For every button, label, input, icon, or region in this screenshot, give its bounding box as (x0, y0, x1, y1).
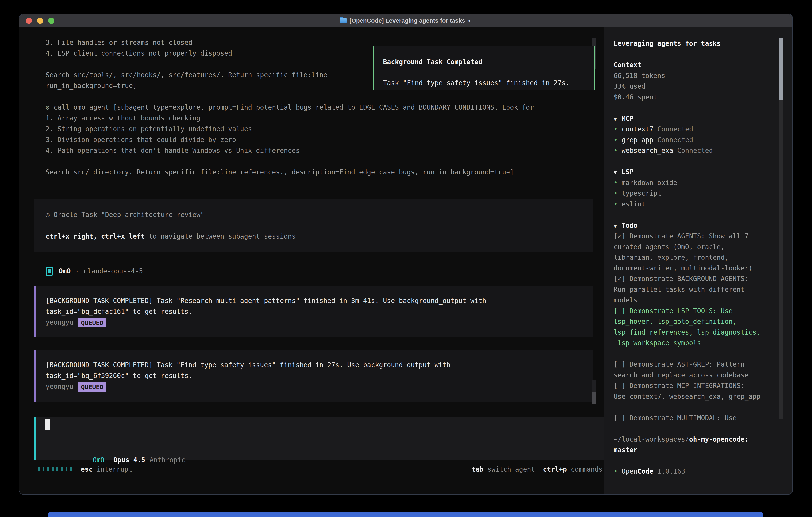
app-version: •OpenCode1.0.163 (604, 466, 792, 477)
bullet-icon: • (614, 188, 621, 199)
toast-title: Background Task Completed (374, 57, 594, 67)
task-author: yeongyu (46, 383, 73, 390)
task-footer: yeongyuQUEUED (36, 317, 593, 328)
lsp-item: •typescript (604, 188, 792, 199)
agent-model: claude-opus-4-5 (83, 266, 143, 277)
model-name: Opus 4.5 (114, 456, 145, 464)
status-badge: QUEUED (78, 382, 107, 392)
window-title-text: [OpenCode] Leveraging agents for tasks (349, 17, 465, 24)
chevron-down-icon: ▼ (614, 113, 621, 124)
log-line: 1. Array access without bounds checking (19, 113, 604, 124)
bullet-icon: • (614, 466, 621, 477)
close-button[interactable] (26, 18, 32, 24)
traffic-lights (26, 14, 54, 27)
oracle-task-card[interactable]: ◎Oracle Task "Deep architecture review" … (34, 199, 593, 252)
context-tokens: 66,518 tokens (604, 71, 792, 81)
sidebar-scrollbar-thumb[interactable] (779, 38, 783, 100)
tool-call-text: call_omo_agent [subagent_type=explore, p… (54, 103, 534, 111)
section-mcp[interactable]: ▼MCP (604, 113, 792, 124)
hint-text: to navigate between subagent sessions (145, 232, 296, 240)
task-footer: yeongyuQUEUED (36, 381, 593, 392)
active-agent-label: OmO (92, 456, 105, 464)
todo-item-active: [ ] Demonstrate LSP TOOLS: Use lsp_hover… (604, 306, 792, 349)
radio-ring-icon: ◎ (46, 209, 54, 220)
esc-key-label: interrupt (97, 465, 133, 473)
tab-key-label: switch agent (487, 465, 535, 473)
bullet-icon: • (614, 199, 621, 210)
bullet-icon: • (614, 135, 621, 145)
mcp-item: •context7Connected (604, 124, 792, 135)
oracle-nav-hint: ctrl+x right, ctrl+x left to navigate be… (34, 231, 593, 242)
agent-status-icon (46, 267, 53, 276)
text-cursor (45, 419, 50, 430)
model-indicator: OmOOpus 4.5Anthropic (45, 444, 185, 455)
ctrlp-key-hint: ctrl+p (543, 465, 567, 473)
document-icon (340, 18, 347, 23)
log-line: 2. String operations on potentially unde… (19, 124, 604, 134)
hint-keys: ctrl+x right, ctrl+x left (46, 232, 145, 240)
chat-pane: 3. File handles or streams not closed 4.… (19, 27, 604, 494)
agent-name: OmO (59, 266, 71, 277)
task-message-line: [BACKGROUND TASK COMPLETED] Task "Resear… (36, 296, 593, 306)
background-window-edge (48, 512, 763, 517)
task-message-line: task_id="bg_6f59260c" to get results. (36, 371, 593, 381)
provider-name: Anthropic (150, 456, 185, 464)
bullet-icon: • (614, 177, 621, 188)
log-line: 4. Path operations that don't handle Win… (19, 145, 604, 156)
window-title: [OpenCode] Leveraging agents for tasks ◐ (340, 17, 471, 24)
task-message-line: [BACKGROUND TASK COMPLETED] Task "Find t… (36, 360, 593, 371)
todo-item: [ ] Demonstrate MCP INTEGRATIONS: Use co… (604, 380, 792, 402)
tab-key-hint: tab (471, 465, 484, 473)
sidebar: Leveraging agents for tasks Context 66,5… (604, 27, 792, 494)
lsp-item: •eslint (604, 199, 792, 210)
lsp-item: •markdown-oxide (604, 177, 792, 188)
background-task-card[interactable]: [BACKGROUND TASK COMPLETED] Task "Resear… (34, 286, 593, 337)
todo-item: [✓] Demonstrate AGENTS: Show all 7 curat… (604, 231, 792, 273)
main-scrollbar-thumb[interactable] (591, 392, 596, 404)
toast-body: Task "Find type safety issues" finished … (374, 78, 594, 88)
context-spent: $0.46 spent (604, 92, 792, 103)
section-lsp[interactable]: ▼LSP (604, 166, 792, 177)
context-heading: Context (604, 60, 792, 71)
chevron-down-icon: ▼ (614, 167, 621, 178)
window-titlebar[interactable]: [OpenCode] Leveraging agents for tasks ◐ (19, 14, 792, 27)
status-badge: QUEUED (78, 318, 107, 327)
bullet-icon: • (614, 124, 621, 135)
gear-icon: ⚙ (46, 102, 54, 113)
task-author: yeongyu (46, 319, 73, 326)
task-message-line: task_id="bg_dcfac161" to get results. (36, 306, 593, 317)
ctrlp-key-label: commands (571, 465, 603, 473)
log-line: 3. Division operations that could divide… (19, 134, 604, 145)
desktop: [OpenCode] Leveraging agents for tasks ◐… (0, 0, 812, 517)
mcp-item: •grep_appConnected (604, 135, 792, 145)
session-indicator-icon: ◐ (468, 17, 471, 24)
status-bar: esc interrupt tab switch agent ctrl+p co… (38, 464, 603, 474)
todo-item: [ ] Demonstrate MULTIMODAL: Use (604, 413, 792, 424)
bullet-icon: • (614, 145, 621, 156)
minimize-button[interactable] (37, 18, 43, 24)
background-task-card[interactable]: [BACKGROUND TASK COMPLETED] Task "Find t… (34, 351, 593, 402)
todo-item: [ ] Demonstrate AST-GREP: Pattern search… (604, 359, 792, 380)
todo-item: [✓] Demonstrate BACKGROUND AGENTS: Run p… (604, 273, 792, 306)
toast-notification[interactable]: Background Task Completed Task "Find typ… (373, 46, 596, 90)
agent-header: OmO · claude-opus-4-5 (19, 266, 604, 277)
prompt-input[interactable]: OmOOpus 4.5Anthropic (34, 417, 604, 460)
main-scrollbar-track[interactable] (591, 380, 596, 392)
mcp-item: •websearch_exaConnected (604, 145, 792, 156)
workspace-path: ~/local-workspaces/oh-my-opencode: (604, 434, 792, 445)
terminal-window: [OpenCode] Leveraging agents for tasks ◐… (19, 14, 792, 494)
maximize-button[interactable] (48, 18, 54, 24)
workspace-branch: master (604, 445, 792, 456)
session-title: Leveraging agents for tasks (604, 38, 792, 49)
oracle-task-title: ◎Oracle Task "Deep architecture review" (34, 209, 593, 220)
tool-call-line: ⚙call_omo_agent [subagent_type=explore, … (19, 102, 604, 113)
chevron-down-icon: ▼ (614, 220, 621, 231)
context-used: 33% used (604, 81, 792, 92)
section-todo[interactable]: ▼Todo (604, 220, 792, 231)
log-line: Search src/ directory. Return specific f… (19, 167, 604, 178)
dot-separator: · (75, 266, 79, 277)
